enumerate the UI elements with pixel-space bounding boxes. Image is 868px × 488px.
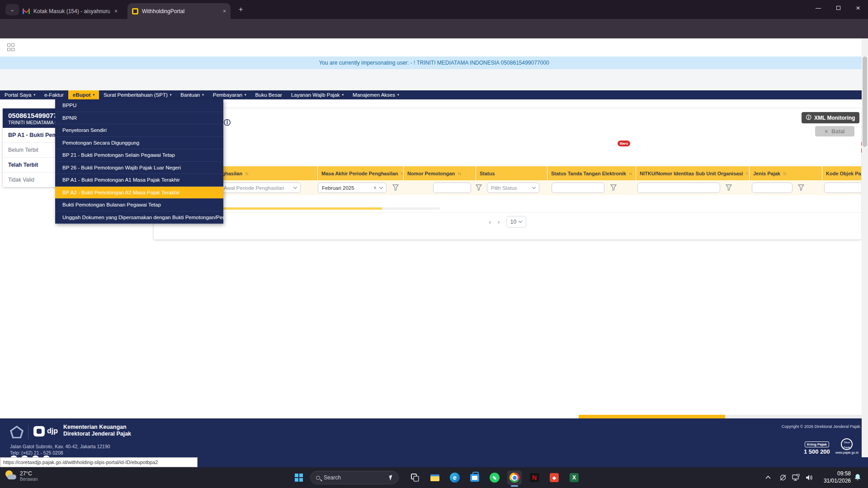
djp-logo: [33, 426, 45, 436]
display-connect-icon[interactable]: [792, 467, 800, 488]
close-window-icon[interactable]: ✕: [848, 0, 868, 16]
prev-page-icon[interactable]: ‹: [489, 218, 491, 225]
netflix-icon[interactable]: N: [527, 470, 542, 485]
col-status[interactable]: Status: [476, 166, 546, 180]
nav-spt[interactable]: Surat Pemberitahuan (SPT)▾: [99, 90, 176, 99]
weather-widget[interactable]: 27°C Berawan: [5, 470, 38, 482]
filter-jenis-pajak-input[interactable]: [752, 183, 793, 193]
menu-item-bp21[interactable]: BP 21 - Bukti Pemotongan Selain Pegawai …: [55, 149, 223, 162]
nav-manajemen-akses[interactable]: Manajemen Akses▾: [348, 90, 403, 99]
task-view-button[interactable]: [408, 470, 422, 485]
info-icon: ⓘ: [806, 114, 811, 122]
clock-date: 31/01/2026: [819, 477, 851, 484]
impersonation-banner: You are currently impersonating user: - …: [0, 56, 868, 69]
filter-status-select[interactable]: Pilih Status: [487, 183, 539, 193]
filter-funnel-icon[interactable]: [392, 184, 399, 192]
tab-search-chevron-icon[interactable]: ⌄: [5, 4, 19, 15]
filter-nitku-input[interactable]: [637, 183, 720, 193]
minimize-window-icon[interactable]: —: [808, 0, 828, 16]
col-nomor-pemotongan[interactable]: Nomor Pemotongan↑↓: [403, 166, 475, 180]
filter-status-ttd-input[interactable]: [552, 183, 604, 193]
kemenkeu-logo: [10, 426, 24, 438]
status-bar-link: https://coretaxdjp.pajak.go.id/withholdi…: [0, 457, 198, 467]
scrollbar-thumb[interactable]: [863, 56, 867, 147]
sort-icon[interactable]: ↑↓: [245, 171, 248, 176]
app-icon-red[interactable]: ◆: [547, 470, 561, 485]
sort-icon[interactable]: ↑↓: [783, 171, 786, 176]
nav-pembayaran[interactable]: Pembayaran▾: [208, 90, 251, 99]
nav-bantuan[interactable]: Bantuan▾: [176, 90, 208, 99]
new-tab-icon[interactable]: +: [239, 5, 243, 14]
sort-icon[interactable]: ↑↓: [629, 171, 632, 176]
col-nitku[interactable]: NITKU/Nomor Identitas Sub Unit Organisas…: [636, 166, 748, 180]
taskbar: 27°C Berawan Search e N ◆ X: [0, 467, 868, 488]
col-jenis-pajak[interactable]: Jenis Pajak↑↓: [749, 166, 821, 180]
tab-gmail[interactable]: Kotak Masuk (154) - aisyahnuru ×: [18, 3, 122, 19]
col-status-ttd[interactable]: Status Tanda Tangan Elektronik↑↓: [547, 166, 635, 180]
nav-portal-saya[interactable]: Portal Saya▾: [0, 90, 40, 99]
filter-funnel-icon[interactable]: [798, 184, 804, 192]
close-tab-icon[interactable]: ×: [114, 8, 118, 14]
gmail-icon: [23, 8, 30, 15]
menu-item-unggah-dokumen[interactable]: Unggah Dokumen yang Dipersamakan dengan …: [55, 211, 223, 224]
excel-icon[interactable]: X: [567, 470, 581, 485]
menu-item-bpnr[interactable]: BPNR: [55, 112, 223, 125]
nav-layanan-wp[interactable]: Layanan Wajib Pajak▾: [287, 90, 348, 99]
filter-nomor-input[interactable]: [433, 183, 471, 193]
start-button[interactable]: [292, 470, 306, 485]
menu-item-bulanan-pegawai-tetap[interactable]: Bukti Pemotongan Bulanan Pegawai Tetap: [55, 199, 223, 211]
portal-header: c djp Versi: 1.1.2-build-2040 id-ID Baru…: [0, 69, 868, 90]
sort-icon[interactable]: ↑↓: [458, 171, 461, 176]
apps-grid-icon[interactable]: [7, 43, 15, 52]
search-icon: [316, 476, 320, 480]
info-icon[interactable]: ⓘ: [224, 118, 231, 127]
menu-item-bp26[interactable]: BP 26 - Bukti Pemotongan Wajib Pajak Lua…: [55, 162, 223, 174]
sort-icon[interactable]: ↑↓: [401, 171, 402, 176]
menu-item-bpa2[interactable]: BP A2 - Bukti Pemotongan A2 Masa Pajak T…: [55, 187, 223, 199]
taskbar-search[interactable]: Search: [310, 471, 399, 484]
next-page-icon[interactable]: ›: [498, 218, 500, 225]
filter-funnel-icon[interactable]: [610, 184, 617, 192]
tab-withholding-portal[interactable]: WithholdingPortal ×: [127, 3, 231, 19]
main-nav: Portal Saya▾ e-Faktur eBupot▾ Surat Pemb…: [0, 90, 868, 99]
xml-monitoring-button[interactable]: ⓘ XML Monitoring: [802, 112, 859, 123]
col-kode-objek[interactable]: Kode Objek Pajak: [822, 166, 861, 180]
filter-funnel-icon[interactable]: [476, 184, 482, 192]
sort-icon[interactable]: ↑↓: [746, 171, 748, 176]
nav-buku-besar[interactable]: Buku Besar: [250, 90, 286, 99]
close-tab-icon[interactable]: ×: [223, 8, 226, 14]
volume-icon[interactable]: [805, 467, 813, 488]
network-offline-icon[interactable]: [779, 467, 787, 488]
footer-ministry: Kementerian Keuangan Direktorat Jenderal…: [63, 424, 131, 437]
filter-funnel-icon[interactable]: [726, 184, 732, 192]
close-icon: ×: [825, 128, 828, 135]
batal-button[interactable]: × Batal: [815, 126, 854, 136]
footer-copyright: Copyright © 2026 Direktorat Jenderal Paj…: [698, 424, 861, 429]
whatsapp-icon[interactable]: [487, 470, 502, 485]
page-scrollbar[interactable]: [862, 38, 868, 457]
chrome-icon[interactable]: [507, 470, 522, 485]
menu-item-bppu[interactable]: BPPU: [55, 99, 223, 112]
filter-kode-objek-input[interactable]: [824, 183, 861, 193]
maximize-window-icon[interactable]: [828, 0, 848, 16]
microsoft-store-icon[interactable]: [467, 470, 482, 485]
menu-item-penyetoran-sendiri[interactable]: Penyetoran Sendiri: [55, 124, 223, 137]
menu-item-pemotongan-digunggung[interactable]: Pemotongan Secara Digunggung: [55, 137, 223, 150]
browser-tab-bar: ⌄ Kotak Masuk (154) - aisyahnuru × Withh…: [0, 0, 868, 19]
tray-expand-icon[interactable]: [765, 467, 771, 488]
clock[interactable]: 09:58 31/01/2026: [819, 470, 851, 484]
edge-icon[interactable]: e: [448, 470, 462, 485]
weather-icon: [5, 470, 16, 482]
menu-item-bpa1[interactable]: BP A1 - Bukti Pemotongan A1 Masa Pajak T…: [55, 174, 223, 187]
filter-periode-akhir-select[interactable]: Februari 2025 ×: [318, 183, 387, 193]
clear-icon[interactable]: ×: [373, 185, 377, 191]
col-masa-akhir[interactable]: Masa Akhir Periode Penghasilan↑↓: [317, 166, 402, 180]
nav-e-faktur[interactable]: e-Faktur: [40, 90, 68, 99]
notification-bell-icon[interactable]: [854, 473, 862, 483]
portal-favicon: [132, 8, 138, 14]
page-size-select[interactable]: 10: [506, 216, 526, 228]
kring-pajak-logo: Kring Pajak 1 500 200: [804, 439, 830, 455]
tab-title: Kotak Masuk (154) - aisyahnuru: [33, 8, 110, 14]
nav-ebupot[interactable]: eBupot▾: [68, 90, 99, 99]
file-explorer-icon[interactable]: [428, 470, 442, 485]
